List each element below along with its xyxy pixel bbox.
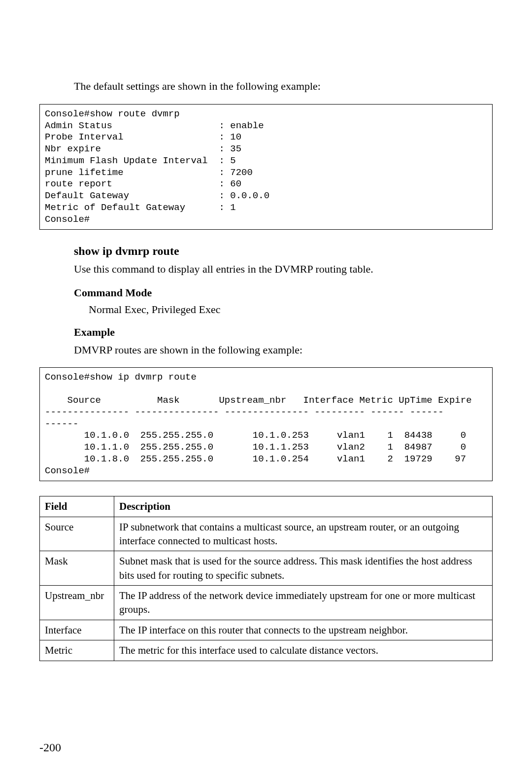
cell-description: The IP address of the network device imm… <box>114 586 493 620</box>
table-row: Interface The IP interface on this route… <box>40 620 493 640</box>
table-row: Mask Subnet mask that is used for the so… <box>40 551 493 586</box>
cell-description: IP subnetwork that contains a multicast … <box>114 517 493 551</box>
table-row: Metric The metric for this interface use… <box>40 640 493 661</box>
table-header-row: Field Description <box>40 496 493 517</box>
intro-text-1: The default settings are shown in the fo… <box>74 79 493 94</box>
header-description: Description <box>114 496 493 517</box>
cell-description: Subnet mask that is used for the source … <box>114 551 493 586</box>
example-label: Example <box>74 326 493 339</box>
table-row: Upstream_nbr The IP address of the netwo… <box>40 586 493 620</box>
command-mode-label: Command Mode <box>74 286 493 299</box>
cell-description: The metric for this interface used to ca… <box>114 640 493 661</box>
command-mode-value: Normal Exec, Privileged Exec <box>89 303 493 316</box>
cell-field: Interface <box>40 620 114 640</box>
page-number: -200 <box>39 741 61 754</box>
table-row: Source IP subnetwork that contains a mul… <box>40 517 493 551</box>
cell-field: Source <box>40 517 114 551</box>
cell-field: Mask <box>40 551 114 586</box>
header-field: Field <box>40 496 114 517</box>
code-box-1: Console#show route dvmrp Admin Status : … <box>39 104 493 230</box>
page-container: The default settings are shown in the fo… <box>0 0 532 774</box>
command-heading: show ip dvmrp route <box>74 245 493 258</box>
field-description-table: Field Description Source IP subnetwork t… <box>39 496 493 661</box>
cell-field: Upstream_nbr <box>40 586 114 620</box>
cell-field: Metric <box>40 640 114 661</box>
cell-description: The IP interface on this router that con… <box>114 620 493 640</box>
command-description: Use this command to display all entries … <box>74 262 493 277</box>
example-intro: DMVRP routes are shown in the following … <box>74 343 493 357</box>
code-box-2: Console#show ip dvmrp route Source Mask … <box>39 367 493 482</box>
